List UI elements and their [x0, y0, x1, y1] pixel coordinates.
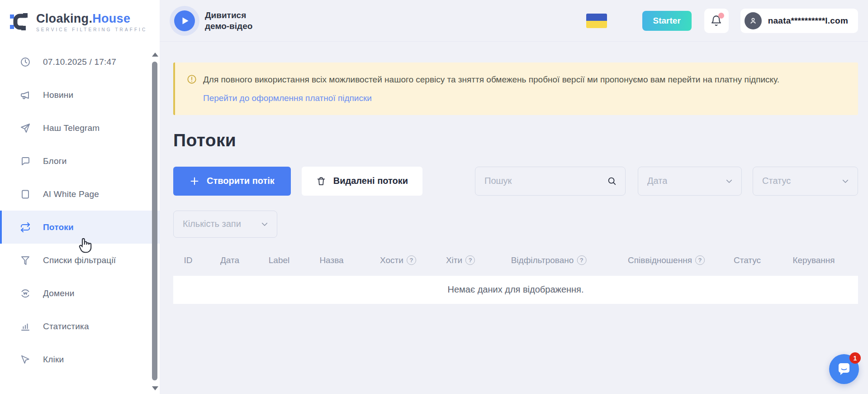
brand-text: Cloaking.House SERVICE FILTERING TRAFFIC — [36, 12, 147, 32]
brand-name: Cloaking.House — [36, 12, 147, 26]
sidebar-item-filter-lists[interactable]: Списки фільтрації — [0, 244, 160, 277]
sidebar-item-label: Кліки — [43, 355, 64, 365]
user-avatar — [745, 12, 762, 29]
ukraine-flag-icon[interactable] — [586, 14, 607, 28]
create-stream-button[interactable]: Створити потік — [173, 167, 291, 196]
column-label: Хіти — [446, 255, 462, 265]
column-label: Статус — [734, 255, 761, 265]
search-field[interactable] — [475, 167, 626, 196]
sidebar-item-label: Потоки — [43, 222, 74, 232]
scrollbar-thumb[interactable] — [152, 62, 157, 380]
streams-repeat-icon — [20, 222, 31, 233]
status-filter-dropdown[interactable]: Статус — [753, 167, 858, 196]
flag-blue-stripe — [586, 14, 607, 21]
warning-icon — [187, 74, 197, 84]
column-header-status: Статус — [734, 251, 761, 269]
cursor-click-icon — [20, 354, 31, 365]
page-icon — [20, 189, 31, 200]
user-account-button[interactable]: naata**********l.com — [740, 9, 858, 33]
secondary-filter-row: Кількість запи — [173, 211, 858, 238]
plan-badge-starter[interactable]: Starter — [642, 11, 692, 31]
sidebar-item-news[interactable]: Новини — [0, 78, 160, 111]
page-title: Потоки — [173, 130, 858, 150]
sidebar-scrollbar[interactable] — [152, 43, 158, 394]
sidebar-item-label: Блоги — [43, 156, 67, 166]
empty-table-message: Немає даних для відображення. — [173, 276, 858, 304]
deleted-streams-label: Видалені потоки — [333, 176, 408, 186]
search-icon[interactable] — [607, 176, 617, 186]
toolbar: Створити потік Видалені потоки Дата Стат… — [173, 167, 858, 196]
www-domain-icon — [20, 288, 31, 299]
column-header-hits: Хіти? — [446, 251, 475, 269]
user-email: naata**********l.com — [768, 16, 848, 26]
demo-video-play-button[interactable] — [174, 10, 195, 31]
help-icon[interactable]: ? — [577, 255, 586, 265]
scroll-down-arrow-icon[interactable] — [152, 386, 158, 390]
megaphone-icon — [20, 90, 31, 101]
sidebar-item-telegram[interactable]: Наш Telegram — [0, 111, 160, 144]
sidebar-item-label: AI White Page — [43, 189, 99, 199]
notifications-button[interactable] — [704, 9, 729, 33]
plus-icon — [190, 176, 199, 186]
per-page-label: Кількість запи — [183, 219, 241, 229]
play-icon — [181, 17, 190, 25]
banner-message: Для повного використання всіх можливосте… — [203, 73, 779, 86]
sidebar: Cloaking.House SERVICE FILTERING TRAFFIC… — [0, 0, 160, 394]
column-label: Label — [269, 255, 290, 265]
sidebar-item-label: Домени — [43, 288, 75, 298]
date-filter-dropdown[interactable]: Дата — [638, 167, 742, 196]
per-page-dropdown[interactable]: Кількість запи — [173, 211, 277, 238]
sidebar-item-statistics[interactable]: Статистика — [0, 310, 160, 343]
upgrade-subscription-link[interactable]: Перейти до оформлення платної підписки — [203, 93, 372, 103]
sidebar-item-label: Наш Telegram — [43, 123, 100, 133]
search-input[interactable] — [484, 176, 607, 186]
banner-message-row: Для повного використання всіх можливосте… — [187, 73, 845, 86]
sidebar-item-domains[interactable]: Домени — [0, 277, 160, 310]
telegram-icon — [20, 123, 31, 134]
main-area: Дивитися демо-відео Starter naata*** — [160, 0, 868, 394]
demo-video-label[interactable]: Дивитися демо-відео — [205, 10, 264, 32]
support-chat-button[interactable]: 1 — [829, 354, 859, 384]
chat-unread-badge: 1 — [849, 352, 861, 364]
help-icon[interactable]: ? — [465, 255, 475, 265]
sidebar-item-blogs[interactable]: Блоги — [0, 144, 160, 178]
column-header-label: Label — [269, 251, 290, 269]
column-header-ratio: Співвідношення? — [628, 251, 705, 269]
streams-table-header: ID Дата Label Назва Хости? Хіти? Відфіль… — [173, 251, 858, 269]
clock-icon — [20, 57, 31, 67]
column-label: Хости — [380, 255, 403, 265]
sidebar-item-streams[interactable]: Потоки — [0, 211, 160, 244]
cloaking-house-logo-icon — [9, 11, 31, 33]
column-label: Керування — [792, 255, 835, 265]
chevron-down-icon — [725, 177, 733, 185]
sidebar-item-label: 07.10.2025 / 17:47 — [43, 57, 116, 67]
status-filter-label: Статус — [762, 176, 791, 186]
column-label: Відфільтровано — [511, 255, 574, 265]
column-label: Дата — [220, 255, 239, 265]
help-icon[interactable]: ? — [695, 255, 705, 265]
create-stream-label: Створити потік — [207, 176, 275, 186]
chevron-down-icon — [261, 220, 269, 228]
scroll-up-arrow-icon[interactable] — [152, 53, 158, 57]
sidebar-item-label: Статистика — [43, 322, 89, 332]
column-header-manage: Керування — [792, 251, 835, 269]
flag-yellow-stripe — [586, 21, 607, 28]
column-label: Співвідношення — [628, 255, 692, 265]
filter-funnel-icon — [20, 255, 31, 266]
date-filter-label: Дата — [647, 176, 667, 186]
notification-dot — [718, 13, 724, 19]
brand-name-accent: House — [92, 12, 130, 25]
sidebar-item-clicks[interactable]: Кліки — [0, 343, 160, 376]
sidebar-item-ai-white-page[interactable]: AI White Page — [0, 178, 160, 211]
person-icon — [749, 16, 758, 25]
deleted-streams-button[interactable]: Видалені потоки — [302, 167, 422, 196]
trash-icon — [316, 176, 326, 186]
brand-logo[interactable]: Cloaking.House SERVICE FILTERING TRAFFIC — [0, 0, 160, 41]
column-header-filtered: Відфільтровано? — [511, 251, 587, 269]
help-icon[interactable]: ? — [407, 255, 416, 265]
topbar: Дивитися демо-відео Starter naata*** — [160, 0, 868, 42]
sidebar-item-datetime: 07.10.2025 / 17:47 — [0, 45, 160, 78]
column-header-date: Дата — [220, 251, 239, 269]
column-label: ID — [184, 255, 193, 265]
column-label: Назва — [319, 255, 343, 265]
